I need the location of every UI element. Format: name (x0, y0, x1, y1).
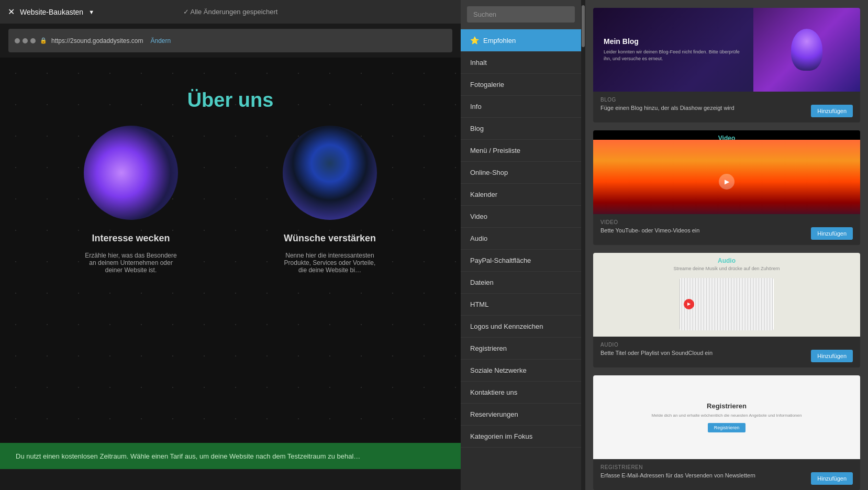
sidebar-item-label: Info (470, 103, 482, 110)
card-video-footer: VIDEO Bette YouTube- oder Vimeo-Videos e… (593, 214, 860, 245)
audio-play-icon: ▶ (684, 299, 694, 309)
sidebar-scrollbar[interactable] (581, 0, 585, 490)
sidebar-item-online-shop[interactable]: Online-Shop (461, 162, 581, 184)
sidebar-item-menue-preisliste[interactable]: Menü / Preisliste (461, 140, 581, 162)
card-blog-footer: BLOG Füge einen Blog hinzu, der als Dias… (593, 92, 860, 122)
top-bar: ✕ Website-Baukasten ▼ ✓ Alle Änderungen … (0, 0, 461, 24)
sidebar-item-video[interactable]: Video (461, 206, 581, 228)
circle-desc-1: Erzähle hier, was das Besondere an deine… (84, 252, 178, 274)
sidebar-item-label: Menü / Preisliste (470, 147, 520, 154)
card-type-label-audio: AUDIO (600, 342, 853, 348)
circle-image-2 (283, 126, 377, 220)
dot-red (15, 38, 20, 43)
card-desc-blog: Füge einen Blog hinzu, der als Diashow g… (600, 105, 806, 111)
star-icon: ⭐ (470, 36, 479, 44)
blog-preview-title: Mein Blog (604, 37, 743, 46)
sidebar-item-label: PayPal-Schaltfläche (470, 257, 531, 264)
card-type-label-video: VIDEO (600, 219, 853, 225)
sidebar-item-label: Kategorien im Fokus (470, 432, 532, 440)
dot-yellow (23, 38, 28, 43)
bottom-banner-text: Du nutzt einen kostenlosen Zeitraum. Wäh… (16, 452, 360, 460)
sidebar-item-label: Reservierungen (470, 410, 518, 418)
app-title: Website-Baukasten (20, 8, 83, 16)
dropdown-arrow-icon[interactable]: ▼ (88, 9, 94, 15)
sidebar-item-label: Logos und Kennzeichen (470, 322, 543, 330)
sidebar-item-fotogalerie[interactable]: Fotogalerie (461, 74, 581, 96)
change-url-button[interactable]: Ändern (150, 37, 171, 44)
card-registrieren: Registrieren Melde dich an und erhalte w… (593, 375, 860, 490)
register-preview-title: Registrieren (707, 402, 747, 410)
play-icon: ▶ (719, 174, 735, 190)
video-preview: Video Siehe dir dieses großartige Video … (593, 130, 860, 214)
add-audio-button[interactable]: Hinzufügen (811, 350, 853, 362)
sidebar-item-html[interactable]: HTML (461, 294, 581, 316)
sidebar-item-registrieren[interactable]: Registrieren (461, 338, 581, 360)
right-panel: ⭐EmpfohlenInhaltFotogalerieInfoBlogMenü … (461, 0, 868, 490)
sidebar-item-reservierungen[interactable]: Reservierungen (461, 404, 581, 426)
sidebar-item-label: Video (470, 213, 487, 220)
search-input[interactable] (467, 6, 575, 23)
content-area[interactable]: Mein Blog Leider konnten wir deinen Blog… (585, 0, 868, 490)
register-preview-cta[interactable]: Registrieren (708, 423, 746, 432)
sidebar-item-audio[interactable]: Audio (461, 228, 581, 250)
sidebar-nav: ⭐EmpfohlenInhaltFotogalerieInfoBlogMenü … (461, 0, 581, 490)
blog-preview-content: Mein Blog Leider konnten wir deinen Blog… (593, 8, 753, 92)
close-icon[interactable]: ✕ (8, 7, 15, 17)
website-preview-area: ✕ Website-Baukasten ▼ ✓ Alle Änderungen … (0, 0, 461, 490)
sidebar-item-info[interactable]: Info (461, 96, 581, 118)
audio-preview-sub: Streame deine Musik und drücke auf den Z… (673, 266, 780, 271)
add-video-button[interactable]: Hinzufügen (811, 227, 853, 240)
audio-player-mock: ▶ (680, 278, 774, 330)
search-box (461, 0, 581, 29)
browser-bar: 🔒 https://2sound.godaddysites.com Ändern (8, 29, 452, 52)
nav-items-container: ⭐EmpfohlenInhaltFotogalerieInfoBlogMenü … (461, 29, 581, 448)
sidebar-item-empfohlen[interactable]: ⭐Empfohlen (461, 29, 581, 52)
sidebar-scroll-thumb[interactable] (582, 5, 585, 47)
dot-green (30, 38, 36, 43)
save-status: ✓ Alle Änderungen gespeichert (183, 8, 278, 16)
card-footer-row-blog: Füge einen Blog hinzu, der als Diashow g… (600, 105, 853, 117)
sidebar-item-label: Kalender (470, 191, 497, 198)
card-footer-row-register: Erfasse E-Mail-Adressen für das Versende… (600, 472, 853, 485)
card-type-label-register: REGISTRIEREN (600, 464, 853, 470)
sidebar-item-label: Inhalt (470, 59, 487, 66)
register-preview: Registrieren Melde dich an und erhalte w… (593, 375, 860, 459)
browser-dots (15, 38, 36, 43)
url-text: https://2sound.godaddysites.com (51, 37, 143, 44)
circle-desc-2: Nenne hier die interessantesten Produkte… (283, 252, 377, 274)
card-desc-register: Erfasse E-Mail-Adressen für das Versende… (600, 472, 806, 478)
blog-preview-desc: Leider konnten wir deinen Blog-Feed nich… (604, 49, 743, 62)
blog-figure (791, 29, 822, 71)
circle-item-1: Interesse wecken Erzähle hier, was das B… (84, 126, 178, 274)
card-video: Video Siehe dir dieses großartige Video … (593, 130, 860, 245)
sidebar-item-label: HTML (470, 300, 488, 308)
page-heading: Über uns (187, 89, 274, 112)
sidebar-item-soziale-netzwerke[interactable]: Soziale Netzwerke (461, 360, 581, 382)
sidebar-item-paypal-schaltflaeche[interactable]: PayPal-Schaltfläche (461, 250, 581, 272)
card-footer-row-video: Bette YouTube- oder Vimeo-Videos ein Hin… (600, 227, 853, 240)
register-preview-text: Melde dich an und erhalte wöchentlich di… (652, 413, 802, 418)
card-blog: Mein Blog Leider konnten wir deinen Blog… (593, 8, 860, 122)
circle-item-2: Wünsche verstärken Nenne hier die intere… (283, 126, 377, 274)
card-type-label-blog: BLOG (600, 97, 853, 103)
sidebar-item-kategorien-im-fokus[interactable]: Kategorien im Fokus (461, 426, 581, 448)
sidebar-item-blog[interactable]: Blog (461, 118, 581, 140)
sidebar-item-inhalt[interactable]: Inhalt (461, 52, 581, 74)
sidebar-item-label: Blog (470, 125, 484, 132)
card-footer-row-audio: Bette Titel oder Playlist von SoundCloud… (600, 350, 853, 362)
sidebar-item-label: Audio (470, 235, 487, 242)
audio-preview-label: Audio (718, 257, 736, 264)
sidebar-item-kontaktiere-uns[interactable]: Kontaktiere uns (461, 382, 581, 404)
add-register-button[interactable]: Hinzufügen (811, 472, 853, 485)
sidebar-item-dateien[interactable]: Dateien (461, 272, 581, 294)
audio-play-symbol: ▶ (687, 302, 691, 306)
add-blog-button[interactable]: Hinzufügen (811, 105, 853, 117)
card-audio-footer: AUDIO Bette Titel oder Playlist von Soun… (593, 337, 860, 368)
sidebar-item-label: Dateien (470, 279, 494, 286)
sidebar-item-logos-kennzeichen[interactable]: Logos und Kennzeichen (461, 316, 581, 338)
sidebar-item-label: Soziale Netzwerke (470, 366, 527, 374)
card-desc-audio: Bette Titel oder Playlist von SoundCloud… (600, 350, 806, 356)
circle-label-2: Wünsche verstärken (284, 233, 376, 244)
sidebar-item-kalender[interactable]: Kalender (461, 184, 581, 206)
circles-row: Interesse wecken Erzähle hier, was das B… (84, 126, 377, 274)
